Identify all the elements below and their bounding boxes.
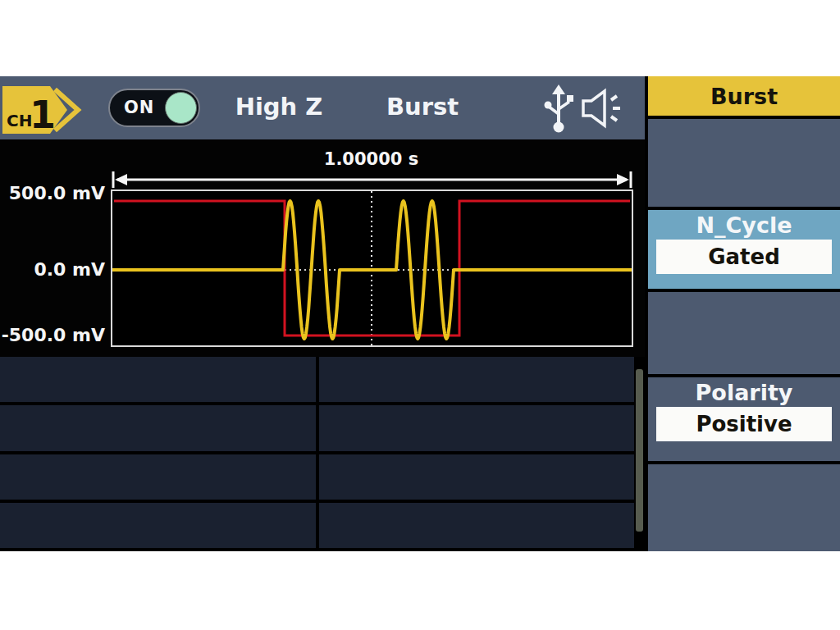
waveform-panel: 1.00000 s 500.0 mV 0.0 mV -500.0 mV: [0, 139, 645, 357]
grid-cell: [319, 405, 635, 450]
scrollbar-thumb[interactable]: [636, 369, 643, 532]
impedance-label: High Z: [221, 93, 336, 121]
output-toggle[interactable]: ON: [108, 89, 200, 127]
waveform-plot: [111, 189, 633, 347]
softkey-polarity[interactable]: Polarity Positive: [648, 377, 840, 461]
grid-cell: [0, 405, 316, 450]
softkey-blank[interactable]: [648, 292, 840, 374]
softkey-ncycle-label: N_Cycle: [696, 212, 792, 238]
channel-number: 1: [30, 93, 56, 134]
grid-cell: [319, 357, 635, 402]
y-axis-label-min: -500.0 mV: [0, 325, 105, 345]
mode-label: Burst: [369, 93, 476, 121]
softkey-ncycle-value: Gated: [656, 240, 832, 274]
parameter-grid: [0, 357, 634, 548]
speaker-icon: [579, 86, 625, 130]
softkey-blank[interactable]: [648, 464, 840, 551]
waveform-traces: [112, 191, 632, 345]
status-bar: CH 1 ON High Z Burst: [0, 76, 645, 139]
y-axis-label-zero: 0.0 mV: [0, 259, 105, 280]
grid-cell: [0, 357, 316, 402]
sidebar-title: Burst: [648, 76, 840, 116]
grid-cell: [0, 503, 316, 548]
channel-badge: CH 1: [2, 86, 89, 134]
softkey-polarity-value: Positive: [656, 407, 832, 441]
output-toggle-knob[interactable]: [165, 92, 197, 124]
channel-label: CH: [7, 111, 32, 130]
softkey-polarity-label: Polarity: [696, 380, 793, 405]
output-toggle-label: ON: [124, 98, 154, 117]
device-screen: CH 1 ON High Z Burst 1.00000 s: [0, 76, 840, 551]
time-span-label: 1.00000 s: [111, 149, 632, 169]
usb-icon: [541, 83, 576, 134]
softkey-sidebar: Burst N_Cycle Gated Polarity Positive: [648, 76, 840, 551]
grid-cell: [319, 454, 635, 500]
grid-cell: [319, 503, 635, 548]
y-axis-label-max: 500.0 mV: [0, 183, 105, 203]
softkey-ncycle[interactable]: N_Cycle Gated: [648, 210, 840, 289]
grid-cell: [0, 454, 316, 500]
time-span-arrow: [111, 171, 633, 189]
softkey-blank[interactable]: [648, 119, 840, 207]
